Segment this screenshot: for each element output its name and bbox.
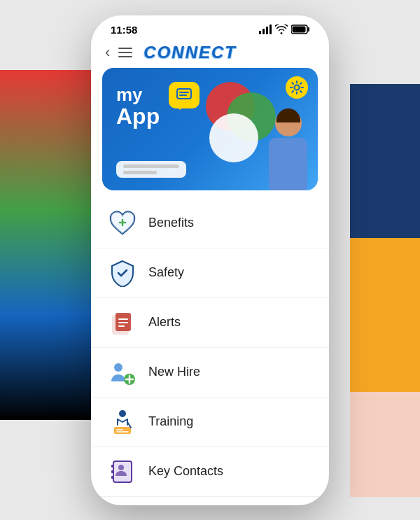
- hero-banner: my App: [102, 68, 318, 190]
- key-contacts-icon: [108, 457, 137, 486]
- menu-item-safety[interactable]: Safety: [91, 248, 329, 298]
- training-label: Training: [148, 414, 193, 429]
- back-button[interactable]: ‹: [105, 43, 110, 62]
- bg-right-top-panel: [350, 84, 420, 238]
- person-hair: [276, 108, 300, 122]
- hero-card-line-1: [123, 164, 179, 168]
- training-icon: [108, 407, 137, 437]
- key-contacts-label: Key Contacts: [148, 464, 223, 479]
- svg-rect-1: [308, 27, 310, 31]
- menu-list: Benefits Safety: [91, 196, 329, 505]
- svg-rect-19: [114, 427, 131, 434]
- chat-icon: [176, 88, 192, 102]
- svg-point-6: [295, 85, 300, 90]
- menu-button[interactable]: [118, 48, 132, 57]
- gear-icon: [286, 76, 308, 99]
- status-icons: [259, 24, 309, 34]
- menu-line-3: [118, 56, 132, 57]
- signal-icon: [259, 24, 272, 34]
- svg-point-18: [119, 410, 126, 417]
- svg-rect-26: [111, 470, 114, 473]
- person-head: [275, 110, 302, 136]
- safety-label: Safety: [148, 265, 184, 280]
- status-bar: 11:58: [91, 15, 329, 40]
- app-title: CONNECT: [144, 43, 237, 62]
- hero-card: [116, 161, 186, 178]
- person-body: [269, 110, 307, 190]
- alerts-label: Alerts: [148, 315, 181, 330]
- alerts-icon: [108, 308, 137, 337]
- chat-bubble-icon: [169, 82, 200, 108]
- menu-item-key-contacts[interactable]: Key Contacts: [91, 447, 329, 497]
- benefits-icon: [108, 209, 137, 238]
- status-time: 11:58: [111, 24, 137, 36]
- svg-rect-25: [111, 465, 114, 468]
- circle-white: [209, 113, 258, 162]
- menu-line-2: [118, 52, 132, 53]
- new-hire-icon: [108, 358, 137, 387]
- new-hire-label: New Hire: [148, 365, 200, 379]
- hero-my-text: my: [116, 85, 160, 105]
- menu-item-new-hire[interactable]: New Hire: [91, 348, 329, 398]
- menu-item-time-pay[interactable]: $ Time & Pay: [91, 497, 329, 505]
- svg-rect-3: [177, 89, 191, 99]
- bg-left-panel: [0, 70, 98, 420]
- bg-right-peach-panel: [350, 392, 420, 497]
- svg-rect-2: [293, 27, 306, 33]
- header: ‹ CONNECT: [91, 40, 329, 68]
- menu-item-benefits[interactable]: Benefits: [91, 199, 329, 248]
- benefits-label: Benefits: [148, 216, 194, 230]
- menu-item-alerts[interactable]: Alerts: [91, 298, 329, 348]
- svg-rect-27: [111, 476, 114, 479]
- phone-frame: 11:58 ‹: [91, 15, 329, 505]
- main-content: my App: [91, 68, 329, 505]
- wifi-icon: [275, 24, 288, 34]
- menu-item-training[interactable]: Training: [91, 398, 329, 447]
- svg-point-14: [114, 363, 122, 372]
- person-torso: [269, 138, 307, 190]
- battery-icon: [291, 24, 309, 34]
- svg-point-24: [118, 465, 124, 470]
- hero-text-block: my App: [116, 85, 160, 129]
- safety-icon: [108, 258, 137, 288]
- bg-right-bottom-panel: [350, 238, 420, 392]
- hero-card-line-2: [123, 171, 157, 174]
- menu-line-1: [118, 48, 132, 49]
- hero-app-text: App: [116, 104, 160, 129]
